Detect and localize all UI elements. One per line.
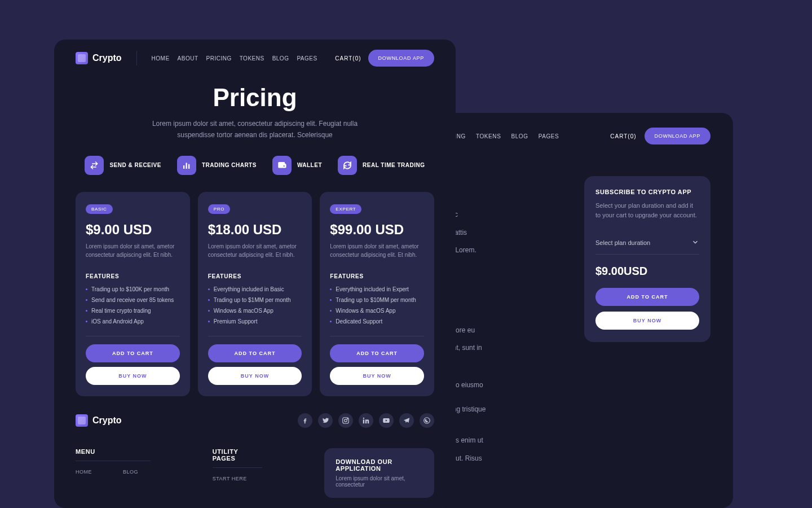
subscribe-sidebar: SUBSCRIBE TO CRYPTO APP Select your plan…: [584, 176, 710, 342]
nav-pricing[interactable]: PRICING: [206, 55, 232, 62]
nav-about[interactable]: ABOUT: [178, 55, 198, 62]
footer-download-card: DOWNLOAD OUR APPLICATION Lorem ipsum dol…: [324, 448, 434, 498]
feature-wallet: WALLET: [272, 156, 322, 175]
footer-link-start[interactable]: START HERE: [213, 476, 247, 481]
sidebar-price: $9.00USD: [595, 265, 699, 278]
features-heading: FEATURES: [330, 273, 424, 279]
footer-utility: UTILITY PAGES START HERE: [213, 448, 262, 498]
feature-item: Premium Support: [208, 316, 302, 327]
download-subtitle: Lorem ipsum dolor sit amet, consectetur: [336, 475, 423, 488]
svg-rect-2: [188, 164, 189, 168]
sidebar-title: SUBSCRIBE TO CRYPTO APP: [595, 189, 699, 195]
footer: Crypto MENU HOME BLOG UTILITY P: [76, 396, 434, 498]
select-label: Select plan duration: [595, 239, 650, 246]
features-heading: FEATURES: [208, 273, 302, 279]
buy-now-button[interactable]: BUY NOW: [208, 367, 302, 385]
plan-badge: BASIC: [86, 204, 113, 214]
feature-label: SEND & RECEIVE: [109, 162, 161, 168]
feature-item: Real time crypto trading: [86, 305, 180, 316]
facebook-icon[interactable]: [298, 413, 312, 428]
plan-price: $18.00 USD: [208, 222, 302, 238]
footer-menu-title: MENU: [76, 448, 151, 461]
buy-now-button[interactable]: BUY NOW: [330, 367, 424, 385]
divider: [330, 336, 424, 336]
nav-pages[interactable]: PAGES: [539, 133, 559, 139]
feature-item: iOS and Android App: [86, 316, 180, 327]
feature-item: Windows & macOS App: [208, 305, 302, 316]
divider: [136, 51, 137, 65]
feature-realtime: REAL TIME TRADING: [338, 156, 425, 175]
hero: Pricing Lorem ipsum dolor sit amet, cons…: [76, 84, 434, 141]
download-app-button[interactable]: DOWNLOAD APP: [368, 50, 434, 67]
page-title: Pricing: [76, 84, 434, 112]
wallet-icon: [272, 156, 292, 175]
footer-link-home[interactable]: HOME: [76, 469, 92, 475]
plan-description: Lorem ipsum dolor sit amet, ametor conse…: [330, 242, 424, 260]
buy-now-button[interactable]: BUY NOW: [86, 367, 180, 385]
add-to-cart-button[interactable]: ADD TO CART: [208, 344, 302, 362]
footer-menu: MENU HOME BLOG: [76, 448, 151, 498]
feature-item: Windows & macOS App: [330, 305, 424, 316]
telegram-icon[interactable]: [399, 413, 414, 428]
feature-label: TRADING CHARTS: [202, 162, 257, 168]
nav-tokens[interactable]: TOKENS: [240, 55, 264, 62]
pricing-cards: BASIC $9.00 USD Lorem ipsum dolor sit am…: [76, 192, 434, 396]
chart-icon: [177, 156, 196, 175]
nav-pages[interactable]: PAGES: [297, 55, 317, 62]
nav-home[interactable]: HOME: [152, 55, 170, 62]
feature-list: Trading up to $100K per monthSend and re…: [86, 284, 180, 327]
cart-link[interactable]: CART(0): [335, 55, 361, 62]
logo-icon: [76, 52, 88, 64]
plan-description: Lorem ipsum dolor sit amet, ametor conse…: [86, 242, 180, 260]
plan-badge: PRO: [208, 204, 230, 214]
pricing-card-basic: BASIC $9.00 USD Lorem ipsum dolor sit am…: [76, 192, 190, 396]
linkedin-icon[interactable]: [359, 413, 373, 428]
divider: [86, 336, 180, 336]
feature-label: REAL TIME TRADING: [363, 162, 425, 168]
buy-now-button[interactable]: BUY NOW: [595, 312, 699, 330]
logo[interactable]: Crypto: [76, 52, 122, 64]
instagram-icon[interactable]: [338, 413, 353, 428]
download-title: DOWNLOAD OUR APPLICATION: [336, 458, 423, 472]
svg-point-4: [345, 419, 347, 422]
pricing-card-expert: EXPERT $99.00 USD Lorem ipsum dolor sit …: [320, 192, 434, 396]
feature-item: Send and receive over 85 tokens: [86, 295, 180, 305]
svg-point-7: [363, 417, 364, 418]
footer-link-blog[interactable]: BLOG: [123, 469, 138, 475]
feature-list: Everything included in BasicTrading up t…: [208, 284, 302, 327]
feature-item: Everything included in Expert: [330, 284, 424, 295]
add-to-cart-button[interactable]: ADD TO CART: [595, 288, 699, 306]
footer-logo[interactable]: Crypto: [76, 414, 122, 427]
plan-price: $9.00 USD: [86, 222, 180, 238]
add-to-cart-button[interactable]: ADD TO CART: [330, 344, 424, 362]
feature-item: Trading up to $100K per month: [86, 284, 180, 295]
brand-name: Crypto: [92, 415, 122, 426]
youtube-icon[interactable]: [379, 413, 394, 428]
plan-badge: EXPERT: [330, 204, 361, 214]
nav-blog[interactable]: BLOG: [511, 133, 528, 139]
feature-item: Trading up to $10MM per month: [330, 295, 424, 305]
svg-rect-1: [186, 163, 187, 169]
nav-tokens[interactable]: TOKENS: [476, 133, 501, 139]
page-subtitle: Lorem ipsum dolor sit amet, consectetur …: [139, 119, 370, 141]
nav-blog[interactable]: BLOG: [272, 55, 289, 62]
svg-point-5: [347, 418, 348, 419]
svg-point-8: [424, 417, 430, 423]
social-links: [298, 413, 434, 428]
whatsapp-icon[interactable]: [420, 413, 434, 428]
svg-rect-6: [363, 419, 364, 423]
feature-label: WALLET: [297, 162, 322, 168]
brand-name: Crypto: [92, 53, 122, 63]
add-to-cart-button[interactable]: ADD TO CART: [86, 344, 180, 362]
logo-icon: [76, 414, 88, 427]
sidebar-subtitle: Select your plan duration and add it to …: [595, 201, 699, 220]
twitter-icon[interactable]: [318, 413, 333, 428]
cart-link[interactable]: CART(0): [610, 133, 636, 139]
header: Crypto HOME ABOUT PRICING TOKENS BLOG PA…: [76, 50, 434, 67]
svg-rect-0: [183, 165, 184, 169]
download-app-button[interactable]: DOWNLOAD APP: [645, 128, 710, 144]
feature-trading-charts: TRADING CHARTS: [177, 156, 257, 175]
feature-item: Trading up to $1MM per month: [208, 295, 302, 305]
plan-duration-select[interactable]: Select plan duration: [595, 231, 699, 255]
pricing-card-pro: PRO $18.00 USD Lorem ipsum dolor sit ame…: [198, 192, 312, 396]
